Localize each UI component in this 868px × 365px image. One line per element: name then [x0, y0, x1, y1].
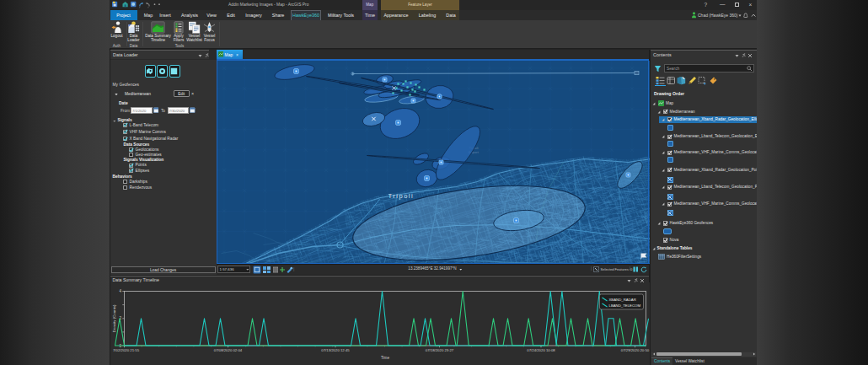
svg-text:4: 4: [119, 289, 121, 293]
svg-text:Tripoli: Tripoli: [388, 191, 414, 199]
svg-text:Density (Counts): Density (Counts): [112, 304, 116, 332]
svg-text:7/02/2020 21:55: 7/02/2020 21:55: [112, 348, 139, 352]
svg-text:07/08/2020 02:04: 07/08/2020 02:04: [213, 348, 242, 352]
svg-text:XBAND_RADAR: XBAND_RADAR: [608, 298, 635, 302]
svg-text:07/13/2020 12:45: 07/13/2020 12:45: [321, 348, 350, 352]
svg-text:LBAND_TELECOM: LBAND_TELECOM: [608, 303, 640, 308]
svg-text:Time: Time: [380, 356, 388, 360]
svg-text:07/24/2020 10:08: 07/24/2020 10:08: [527, 348, 555, 352]
svg-text:07/18/2020 23:27: 07/18/2020 23:27: [425, 348, 453, 352]
svg-text:Chad (HawkEye 360): Chad (HawkEye 360): [698, 13, 738, 18]
svg-text:07/29/2020 20:50: 07/29/2020 20:50: [620, 348, 649, 352]
